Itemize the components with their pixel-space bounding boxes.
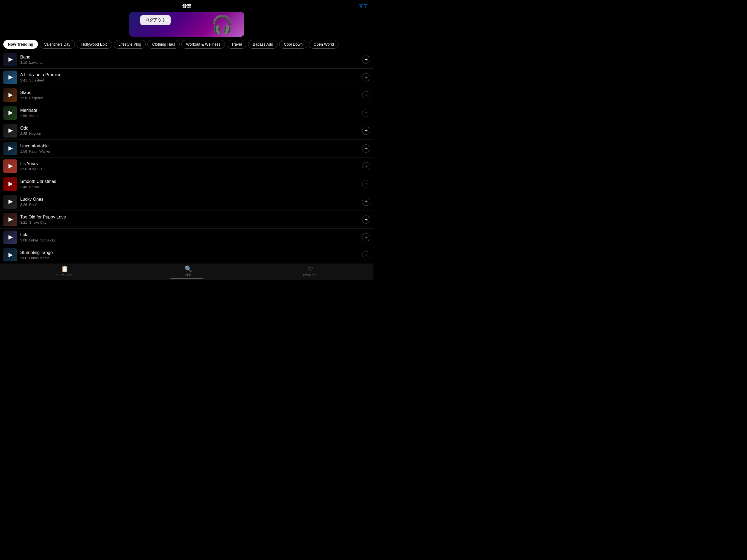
track-item[interactable]: It's Yours 3:56 King Sis + [0, 157, 374, 175]
brand-logo: ε Epidemic Sound [140, 18, 169, 22]
track-info: Lucky Ones 3:26 Roof [17, 197, 362, 207]
track-item[interactable]: Odd 3:25 Heyson + [0, 122, 374, 140]
track-item[interactable]: Lucky Ones 3:26 Roof + [0, 193, 374, 211]
track-thumbnail [3, 159, 17, 173]
add-track-button[interactable]: + [362, 73, 370, 81]
play-button-overlay[interactable] [3, 53, 17, 67]
track-meta: 3:25 Heyson [20, 131, 359, 136]
home-indicator [170, 278, 203, 279]
track-info: Odd 3:25 Heyson [17, 126, 362, 136]
favorites-icon: ♡ [308, 266, 313, 272]
track-thumbnail [3, 142, 17, 155]
play-button-overlay[interactable] [3, 195, 17, 209]
track-name: Marinate [20, 108, 359, 113]
track-info: Bang 3:10 Lawd Ito [17, 55, 362, 65]
add-track-button[interactable]: + [362, 91, 370, 99]
tab-open-world[interactable]: Open World [309, 40, 338, 49]
nav-item-search[interactable]: 🔍 検索 [185, 266, 192, 277]
add-track-button[interactable]: + [362, 233, 370, 241]
search-label: 検索 [185, 273, 191, 277]
play-icon [8, 128, 13, 133]
add-track-button[interactable]: + [362, 215, 370, 224]
play-button-overlay[interactable] [3, 177, 17, 191]
track-name: Odd [20, 126, 359, 131]
header-title: 音楽 [182, 3, 191, 9]
track-name: Too Old for Puppy Love [20, 215, 359, 220]
track-item[interactable]: Bang 3:10 Lawd Ito + [0, 51, 374, 69]
track-item[interactable]: Lola 3:08 Lukas Got Lucky + [0, 229, 374, 246]
track-thumbnail [3, 248, 17, 261]
add-track-button[interactable]: + [362, 144, 370, 153]
track-item[interactable]: Too Old for Puppy Love 3:21 Snake City + [0, 211, 374, 229]
add-track-button[interactable]: + [362, 198, 370, 206]
track-meta: 3:06 Lukas Media [20, 256, 359, 260]
add-track-button[interactable]: + [362, 162, 370, 170]
play-button-overlay[interactable] [3, 213, 17, 226]
add-track-button[interactable]: + [362, 127, 370, 135]
track-info: It's Yours 3:56 King Sis [17, 161, 362, 171]
add-track-button[interactable]: + [362, 109, 370, 117]
play-icon [8, 93, 13, 97]
track-item[interactable]: Slabs 1:58 Ballpoint + [0, 86, 374, 104]
header: 音楽 完了 [0, 0, 374, 12]
track-thumbnail [3, 230, 17, 244]
banner-content: ログアウト ε Epidemic Sound [135, 15, 171, 25]
add-track-button[interactable]: + [362, 251, 370, 259]
bottom-navigation: 📋 コレクション 🔍 検索 ♡ お気に入り [0, 263, 374, 280]
track-item[interactable]: Stumbling Tango 3:06 Lukas Media + [0, 246, 374, 261]
track-meta: 3:26 Roof [20, 203, 359, 207]
person-icon: 🎧 [211, 14, 233, 35]
tab-now-trending[interactable]: Now Trending [3, 40, 38, 49]
track-info: A Lick and a Promise 2:41 Splasher! [17, 73, 362, 82]
track-meta: 2:41 Splasher! [20, 78, 359, 82]
track-name: Lola [20, 232, 359, 237]
track-name: Uncomfortable [20, 144, 359, 149]
tab-valentines-day[interactable]: Valentine's Day [40, 40, 75, 49]
play-button-overlay[interactable] [3, 230, 17, 244]
track-name: A Lick and a Promise [20, 73, 359, 77]
nav-item-collection[interactable]: 📋 コレクション [55, 266, 74, 277]
track-item[interactable]: Uncomfortable 1:58 Katori Walker + [0, 140, 374, 157]
play-button-overlay[interactable] [3, 71, 17, 84]
play-button-overlay[interactable] [3, 142, 17, 155]
tab-cool-down[interactable]: Cool Down [279, 40, 307, 49]
track-meta: 3:10 Lawd Ito [20, 60, 359, 65]
done-button[interactable]: 完了 [359, 3, 368, 9]
tab-travel[interactable]: Travel [227, 40, 247, 49]
track-item[interactable]: Smooth Christmas 2:48 Basixx + [0, 175, 374, 193]
track-thumbnail [3, 71, 17, 84]
play-icon [8, 57, 13, 62]
banner-person-image: 🎧 [200, 12, 244, 36]
track-item[interactable]: Marinate 2:58 Zorro + [0, 104, 374, 122]
add-track-button[interactable]: + [362, 55, 370, 64]
play-button-overlay[interactable] [3, 124, 17, 137]
tab-clothing-haul[interactable]: Clothing Haul [147, 40, 180, 49]
tab-workout-wellness[interactable]: Workout & Wellness [181, 40, 225, 49]
play-icon [8, 218, 13, 222]
play-icon [8, 182, 13, 186]
brand-prefix: ε [140, 18, 142, 22]
track-thumbnail [3, 106, 17, 120]
track-name: Slabs [20, 90, 359, 95]
favorites-label: お気に入り [303, 273, 318, 277]
track-meta: 3:21 Snake City [20, 221, 359, 225]
track-info: Stumbling Tango 3:06 Lukas Media [17, 250, 362, 260]
play-icon [8, 200, 13, 204]
play-button-overlay[interactable] [3, 106, 17, 120]
play-icon [8, 75, 13, 80]
track-thumbnail [3, 124, 17, 137]
track-thumbnail [3, 53, 17, 67]
track-item[interactable]: A Lick and a Promise 2:41 Splasher! + [0, 69, 374, 86]
track-info: Lola 3:08 Lukas Got Lucky [17, 232, 362, 242]
tab-hollywood-epic[interactable]: Hollywood Epic [77, 40, 112, 49]
play-button-overlay[interactable] [3, 88, 17, 102]
tab-lifestyle-vlog[interactable]: Lifestyle Vlog [114, 40, 146, 49]
search-icon: 🔍 [185, 266, 192, 272]
nav-item-favorites[interactable]: ♡ お気に入り [303, 266, 318, 277]
track-thumbnail [3, 213, 17, 226]
play-button-overlay[interactable] [3, 159, 17, 173]
play-button-overlay[interactable] [3, 248, 17, 261]
tab-badass-ads[interactable]: Badass Ads [248, 40, 278, 49]
add-track-button[interactable]: + [362, 180, 370, 188]
epidemic-sound-banner: ログアウト ε Epidemic Sound 🎧 [129, 12, 244, 36]
